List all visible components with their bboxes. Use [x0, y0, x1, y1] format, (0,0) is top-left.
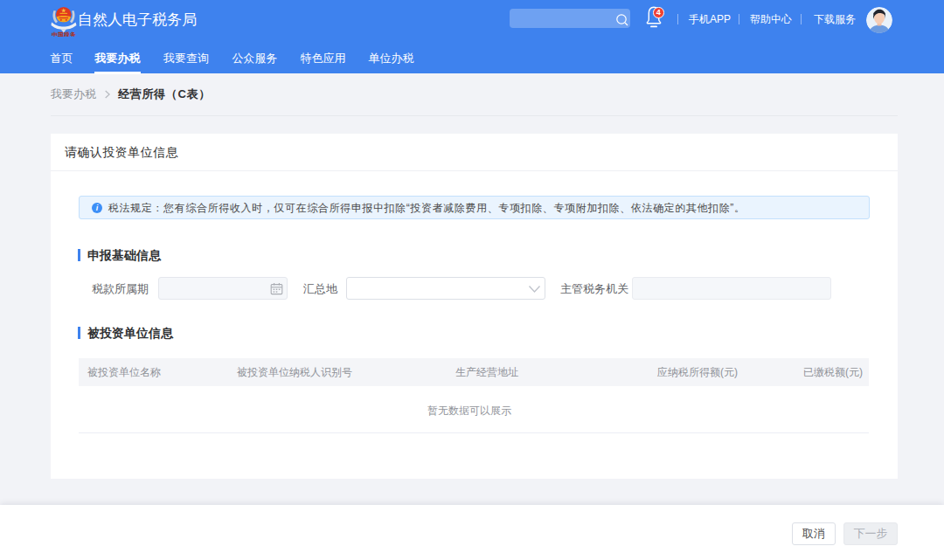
svg-text:中国税务: 中国税务	[52, 31, 76, 37]
